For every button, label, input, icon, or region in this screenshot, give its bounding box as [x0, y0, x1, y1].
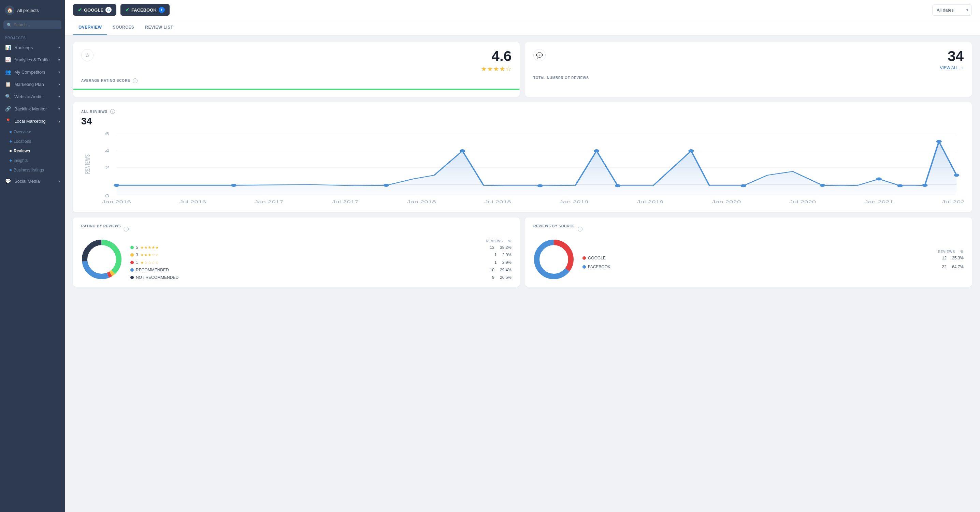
chart-line — [116, 141, 956, 186]
reviews-by-source-info-icon[interactable]: i — [578, 227, 582, 231]
stars-3: ★★★☆☆ — [140, 253, 159, 257]
google-source-button[interactable]: ✔ GOOGLE G — [73, 4, 116, 16]
count-1: 1 — [495, 260, 497, 265]
marketing-plan-chevron: ▾ — [58, 82, 60, 86]
total-reviews-label: TOTAL NUMBER OF REVIEWS — [533, 76, 964, 80]
chart-dot — [615, 184, 621, 187]
sidebar-item-marketing-plan[interactable]: 📋 Marketing Plan ▾ — [0, 78, 65, 90]
svg-text:Jul 2020: Jul 2020 — [789, 200, 816, 204]
avg-rating-info-icon[interactable]: i — [133, 78, 137, 83]
pct-1: 2.9% — [502, 260, 512, 265]
pct-3: 2.9% — [502, 253, 512, 257]
rating-row-1: 1 ★☆☆☆☆ 1 2.9% — [130, 260, 512, 265]
backlink-monitor-icon: 🔗 — [5, 106, 11, 111]
sidebar-item-website-audit[interactable]: 🔍 Website Audit ▾ — [0, 90, 65, 103]
tab-sources[interactable]: SOURCES — [107, 20, 140, 35]
chart-dot — [922, 184, 928, 187]
chart-dot — [936, 140, 942, 143]
svg-text:Jan 2020: Jan 2020 — [712, 200, 741, 204]
sidebar-item-backlink-monitor[interactable]: 🔗 Backlink Monitor ▾ — [0, 103, 65, 115]
overview-label: Overview — [14, 130, 31, 134]
sidebar-item-rankings[interactable]: 📊 Rankings ▾ — [0, 41, 65, 54]
source-col-reviews-header: REVIEWS — [938, 250, 955, 254]
svg-text:Jan 2018: Jan 2018 — [407, 200, 436, 204]
total-reviews-values: 34 VIEW ALL → — [940, 49, 964, 71]
chart-dot — [594, 149, 600, 152]
sidebar-item-reviews[interactable]: Reviews — [0, 146, 65, 156]
source-row-google: GOOGLE 12 35.3% — [582, 256, 964, 260]
competitors-chevron: ▾ — [58, 70, 60, 74]
tabs-bar: OVERVIEW SOURCES REVIEW LIST — [65, 20, 980, 35]
rating-row-5: 5 ★★★★★ 13 38.2% — [130, 245, 512, 250]
google-count: 12 — [942, 256, 947, 260]
rating-col-reviews-header: REVIEWS — [486, 239, 503, 243]
chart-dot — [897, 184, 903, 187]
reviews-by-source-title: REVIEWS BY SOURCE — [533, 224, 575, 228]
google-check-icon: ✔ — [78, 7, 82, 13]
sidebar-item-social-media[interactable]: 💬 Social Media ▾ — [0, 175, 65, 187]
date-select[interactable]: All dates Last 30 days Last 90 days Last… — [932, 5, 972, 16]
project-search[interactable]: 🔍 — [3, 21, 61, 29]
facebook-source-button[interactable]: ✔ FACEBOOK f — [121, 4, 170, 16]
search-input[interactable] — [14, 22, 58, 27]
svg-text:Jan 2021: Jan 2021 — [864, 200, 893, 204]
google-logo-icon: G — [105, 7, 111, 13]
sidebar-item-analytics[interactable]: 📈 Analytics & Traffic ▾ — [0, 54, 65, 66]
count-not-recommended: 9 — [492, 275, 495, 280]
marketing-plan-icon: 📋 — [5, 81, 11, 87]
content-area: ☆ 4.6 ★★★★☆ AVERAGE RATING SCORE i 💬 — [65, 35, 980, 293]
analytics-chevron: ▾ — [58, 58, 60, 62]
svg-text:4: 4 — [105, 149, 110, 153]
count-recommended: 10 — [490, 268, 495, 273]
google-pct: 35.3% — [952, 256, 964, 260]
rankings-label: Rankings — [14, 45, 33, 50]
rating-content: REVIEWS % 5 ★★★★★ 13 38.2% — [81, 239, 512, 280]
website-audit-chevron: ▾ — [58, 95, 60, 98]
svg-text:REVIEWS: REVIEWS — [83, 154, 91, 174]
main-content: ✔ GOOGLE G ✔ FACEBOOK f All dates Last 3… — [65, 0, 980, 512]
sidebar-item-insights[interactable]: Insights — [0, 156, 65, 165]
sidebar-item-business-listings[interactable]: Business listings — [0, 165, 65, 175]
svg-text:6: 6 — [105, 132, 110, 136]
sidebar-item-locations[interactable]: Locations — [0, 137, 65, 146]
svg-text:2: 2 — [105, 166, 110, 170]
tab-overview[interactable]: OVERVIEW — [73, 20, 107, 35]
stars-1: ★☆☆☆☆ — [140, 260, 159, 265]
social-media-label: Social Media — [14, 179, 40, 184]
reviews-by-source-card: REVIEWS BY SOURCE i — [525, 217, 972, 287]
all-reviews-info-icon[interactable]: i — [110, 109, 115, 114]
dot-facebook — [582, 265, 586, 269]
competitors-label: My Competitors — [14, 70, 45, 75]
avg-rating-score: 4.6 — [481, 49, 512, 63]
all-projects-link[interactable]: 🏠 All projects — [0, 0, 65, 21]
rankings-icon: 📊 — [5, 44, 11, 50]
all-projects-label: All projects — [17, 8, 39, 13]
pct-recommended: 29.4% — [500, 268, 512, 273]
dot-google — [582, 256, 586, 260]
website-audit-label: Website Audit — [14, 94, 41, 99]
backlink-monitor-label: Backlink Monitor — [14, 106, 47, 111]
sidebar-item-competitors[interactable]: 👥 My Competitors ▾ — [0, 66, 65, 78]
date-filter-wrap: All dates Last 30 days Last 90 days Last… — [932, 5, 972, 16]
svg-text:Jul 2017: Jul 2017 — [332, 200, 359, 204]
rating-row-3: 3 ★★★☆☆ 1 2.9% — [130, 253, 512, 257]
backlink-monitor-chevron: ▾ — [58, 107, 60, 111]
rating-by-reviews-info-icon[interactable]: i — [124, 227, 129, 231]
chart-dot — [819, 184, 826, 187]
projects-section-label: PROJECTS — [0, 33, 65, 41]
reviews-label: Reviews — [14, 149, 30, 154]
sidebar-item-local-marketing[interactable]: 📍 Local Marketing ▴ — [0, 115, 65, 127]
chart-dot — [537, 184, 543, 187]
chart-dot — [231, 184, 237, 187]
website-audit-icon: 🔍 — [5, 94, 11, 99]
rating-col-pct-header: % — [508, 239, 512, 243]
source-legend-table: REVIEWS % GOOGLE 12 35.3% — [582, 250, 964, 269]
rating-legend-table: REVIEWS % 5 ★★★★★ 13 38.2% — [130, 239, 512, 280]
view-all-link[interactable]: VIEW ALL → — [940, 65, 964, 70]
facebook-count: 22 — [942, 265, 947, 269]
rating-row-recommended: RECOMMENDED 10 29.4% — [130, 268, 512, 273]
pct-5: 38.2% — [500, 245, 512, 250]
sidebar-item-overview[interactable]: Overview — [0, 127, 65, 137]
tab-review-list[interactable]: REVIEW LIST — [140, 20, 178, 35]
locations-label: Locations — [14, 139, 31, 144]
